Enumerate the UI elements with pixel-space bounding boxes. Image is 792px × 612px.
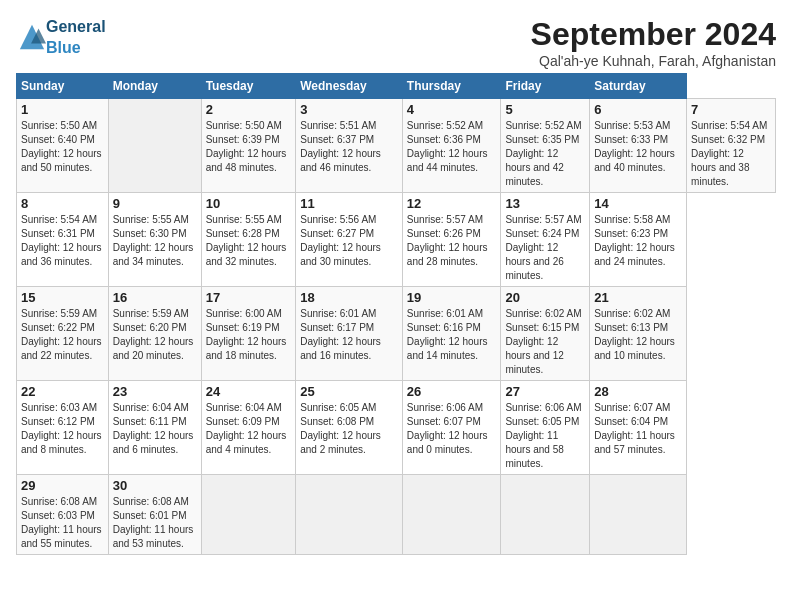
table-row: 18Sunrise: 6:01 AMSunset: 6:17 PMDayligh… [296, 287, 403, 381]
table-row: 21Sunrise: 6:02 AMSunset: 6:13 PMDayligh… [590, 287, 687, 381]
calendar-table: Sunday Monday Tuesday Wednesday Thursday… [16, 73, 776, 555]
table-row: 5Sunrise: 5:52 AMSunset: 6:35 PMDaylight… [501, 99, 590, 193]
table-row: 20Sunrise: 6:02 AMSunset: 6:15 PMDayligh… [501, 287, 590, 381]
calendar-header-row: Sunday Monday Tuesday Wednesday Thursday… [17, 74, 776, 99]
table-row [501, 475, 590, 555]
table-row: 6Sunrise: 5:53 AMSunset: 6:33 PMDaylight… [590, 99, 687, 193]
table-row: 8Sunrise: 5:54 AMSunset: 6:31 PMDaylight… [17, 193, 109, 287]
table-row: 12Sunrise: 5:57 AMSunset: 6:26 PMDayligh… [402, 193, 501, 287]
col-wednesday: Wednesday [296, 74, 403, 99]
table-row: 23Sunrise: 6:04 AMSunset: 6:11 PMDayligh… [108, 381, 201, 475]
table-row: 27Sunrise: 6:06 AMSunset: 6:05 PMDayligh… [501, 381, 590, 475]
logo: General Blue [16, 16, 106, 58]
table-row: 24Sunrise: 6:04 AMSunset: 6:09 PMDayligh… [201, 381, 296, 475]
table-row: 25Sunrise: 6:05 AMSunset: 6:08 PMDayligh… [296, 381, 403, 475]
table-row: 11Sunrise: 5:56 AMSunset: 6:27 PMDayligh… [296, 193, 403, 287]
table-row: 7Sunrise: 5:54 AMSunset: 6:32 PMDaylight… [687, 99, 776, 193]
col-tuesday: Tuesday [201, 74, 296, 99]
col-saturday: Saturday [590, 74, 687, 99]
table-row: 15Sunrise: 5:59 AMSunset: 6:22 PMDayligh… [17, 287, 109, 381]
logo-blue: Blue [46, 39, 81, 56]
page-header: General Blue September 2024 Qal'ah-ye Ku… [16, 16, 776, 69]
table-row: 9Sunrise: 5:55 AMSunset: 6:30 PMDaylight… [108, 193, 201, 287]
logo-icon [18, 23, 46, 51]
table-row [108, 99, 201, 193]
col-monday: Monday [108, 74, 201, 99]
table-row: 29Sunrise: 6:08 AMSunset: 6:03 PMDayligh… [17, 475, 109, 555]
month-title: September 2024 [531, 16, 776, 53]
table-row [402, 475, 501, 555]
table-row [201, 475, 296, 555]
table-row [296, 475, 403, 555]
table-row: 30Sunrise: 6:08 AMSunset: 6:01 PMDayligh… [108, 475, 201, 555]
table-row: 19Sunrise: 6:01 AMSunset: 6:16 PMDayligh… [402, 287, 501, 381]
logo-general: General [46, 18, 106, 35]
table-row: 2Sunrise: 5:50 AMSunset: 6:39 PMDaylight… [201, 99, 296, 193]
table-row: 22Sunrise: 6:03 AMSunset: 6:12 PMDayligh… [17, 381, 109, 475]
table-row: 1Sunrise: 5:50 AMSunset: 6:40 PMDaylight… [17, 99, 109, 193]
table-row: 17Sunrise: 6:00 AMSunset: 6:19 PMDayligh… [201, 287, 296, 381]
table-row: 10Sunrise: 5:55 AMSunset: 6:28 PMDayligh… [201, 193, 296, 287]
table-row: 26Sunrise: 6:06 AMSunset: 6:07 PMDayligh… [402, 381, 501, 475]
table-row: 4Sunrise: 5:52 AMSunset: 6:36 PMDaylight… [402, 99, 501, 193]
table-row: 14Sunrise: 5:58 AMSunset: 6:23 PMDayligh… [590, 193, 687, 287]
title-block: September 2024 Qal'ah-ye Kuhnah, Farah, … [531, 16, 776, 69]
table-row [590, 475, 687, 555]
table-row: 16Sunrise: 5:59 AMSunset: 6:20 PMDayligh… [108, 287, 201, 381]
table-row: 28Sunrise: 6:07 AMSunset: 6:04 PMDayligh… [590, 381, 687, 475]
col-thursday: Thursday [402, 74, 501, 99]
table-row: 3Sunrise: 5:51 AMSunset: 6:37 PMDaylight… [296, 99, 403, 193]
table-row: 13Sunrise: 5:57 AMSunset: 6:24 PMDayligh… [501, 193, 590, 287]
col-friday: Friday [501, 74, 590, 99]
col-sunday: Sunday [17, 74, 109, 99]
location-subtitle: Qal'ah-ye Kuhnah, Farah, Afghanistan [531, 53, 776, 69]
